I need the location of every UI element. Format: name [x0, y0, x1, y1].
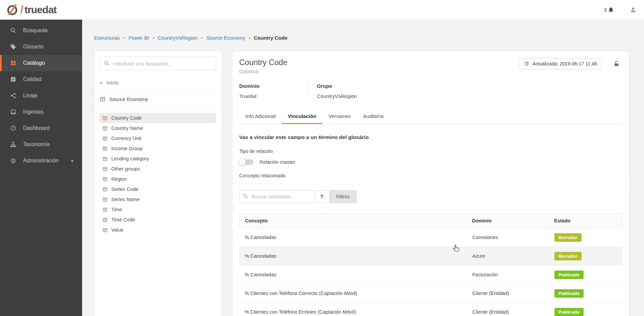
column-item[interactable]: Value — [100, 225, 216, 235]
status-badge: Publicado — [554, 308, 584, 316]
structure-type-label: Columna — [239, 69, 287, 74]
back-to-inicio[interactable]: « Inicio — [94, 75, 222, 91]
check-square-icon — [10, 76, 17, 82]
breadcrumb-link-powerbi[interactable]: Power BI — [128, 35, 149, 41]
filters-button[interactable]: Filtros — [329, 190, 357, 203]
user-avatar-icon[interactable] — [630, 6, 637, 13]
tab-vinculacion[interactable]: Vinculación — [282, 109, 322, 124]
sidebar-item-label: Búsqueda — [23, 27, 48, 34]
column-icon — [102, 228, 108, 233]
parent-structure-item[interactable]: Source Economy — [94, 91, 222, 108]
filter-icon-button[interactable] — [315, 190, 329, 203]
toggle-label: Relación master — [260, 159, 295, 165]
breadcrumb: Estructuras > Power BI > CountryVsRegion… — [94, 35, 629, 41]
column-item[interactable]: Other groups — [100, 164, 216, 174]
tab-info-adicional[interactable]: Info Adicional — [239, 109, 282, 124]
notifications-button[interactable]: 3 — [604, 6, 614, 13]
sidebar-item-glosario[interactable]: Glosario — [0, 39, 82, 55]
column-item[interactable]: Series Name — [100, 194, 216, 204]
sidebar-item-ingestas[interactable]: Ingestas — [0, 104, 82, 120]
topbar: / truedat 3 — [0, 0, 644, 20]
tag-icon — [10, 44, 17, 50]
column-label: Time Code — [111, 217, 135, 222]
sidebar-item-label: Dashboard — [23, 125, 50, 131]
sidebar-item-busqueda[interactable]: Búsqueda — [0, 22, 82, 39]
relation-type-label: Tipo de relación — [239, 149, 622, 154]
main-content: Estructuras > Power BI > CountryVsRegion… — [82, 20, 644, 316]
sidebar-item-calidad[interactable]: Calidad — [0, 71, 82, 87]
column-item[interactable]: Lending category — [100, 154, 216, 164]
link-section-heading: Vas a vincular este campo a un término d… — [239, 134, 622, 140]
column-item[interactable]: Region — [100, 174, 216, 184]
sidebar-item-catalogo[interactable]: Catálogo — [0, 55, 82, 71]
column-item[interactable]: Currency Unit — [100, 133, 216, 143]
logo-text: truedat — [24, 4, 57, 16]
status-badge: Publicado — [554, 289, 584, 298]
column-icon — [102, 197, 108, 202]
detail-tabs: Info Adicional Vinculación Versiones Aud… — [239, 109, 622, 124]
lock-button[interactable] — [611, 58, 622, 70]
logo-circle-icon — [6, 3, 19, 16]
table-row[interactable]: % Canceladas Facturación Publicado — [239, 265, 622, 284]
funnel-icon — [319, 194, 325, 199]
column-icon — [102, 177, 108, 182]
column-item[interactable]: Series Code — [100, 184, 216, 194]
column-item[interactable]: Country Name — [100, 123, 216, 133]
column-icon — [102, 146, 108, 151]
sidebar-item-linaje[interactable]: Linaje — [0, 87, 82, 104]
concept-search-input[interactable] — [239, 190, 315, 203]
field-label: Dominio — [239, 83, 301, 89]
tab-auditoria[interactable]: Auditoría — [357, 109, 390, 124]
column-item[interactable]: Income Group — [100, 143, 216, 154]
concept-search-bar: Filtros — [239, 190, 622, 203]
column-item[interactable]: Country Code — [100, 113, 216, 123]
detail-panel: Country Code Columna Actualizada: 2019-0… — [232, 51, 629, 316]
sidebar-item-label: Glosario — [23, 44, 43, 50]
breadcrumb-link-countryvsregion[interactable]: CountryVsRegion — [158, 35, 198, 41]
grid-icon — [10, 60, 17, 66]
column-icon — [102, 156, 108, 161]
sidebar-item-administracion[interactable]: ⚙ Administración ▾ — [0, 153, 82, 169]
table-row[interactable]: % Canceladas Comisiones Borrador — [239, 228, 622, 247]
cell-concepto: % Clientes con Teléfono Correcto (Captac… — [239, 291, 472, 296]
structure-search-input[interactable] — [100, 57, 216, 70]
header-dominio: Dominio — [472, 218, 554, 223]
sidebar-item-taxonomia[interactable]: Taxonomía — [0, 136, 82, 153]
breadcrumb-separator: > — [201, 35, 203, 40]
field-label: Grupo — [317, 83, 357, 89]
column-icon — [102, 116, 108, 121]
status-badge: Borrador — [554, 233, 582, 242]
cell-concepto: % Clientes con Teléfono Erróneo (Captaci… — [239, 309, 472, 315]
relation-master-toggle[interactable] — [239, 159, 253, 165]
table-row[interactable]: % Clientes con Teléfono Correcto (Captac… — [239, 284, 622, 303]
cell-dominio: Azure — [472, 253, 554, 259]
breadcrumb-link-estructuras[interactable]: Estructuras — [94, 35, 120, 41]
refresh-updated-button[interactable]: Actualizada: 2019-06-17 11:48 — [519, 58, 602, 70]
column-label: Time — [111, 207, 122, 212]
table-row[interactable]: % Clientes con Teléfono Erróneo (Captaci… — [239, 303, 622, 316]
sidebar-item-label: Taxonomía — [23, 141, 50, 147]
truedat-logo[interactable]: / truedat — [6, 3, 57, 16]
column-label: Value — [111, 227, 124, 233]
sidebar-item-label: Administración — [23, 158, 59, 164]
breadcrumb-link-source-economy[interactable]: Source Economy — [206, 35, 245, 41]
sidebar-item-dashboard[interactable]: Dashboard — [0, 120, 82, 136]
breadcrumb-current: Country Code — [254, 35, 287, 41]
column-label: Series Name — [111, 197, 140, 202]
column-icon — [102, 166, 108, 172]
related-concept-label: Concepto relacionado — [239, 173, 622, 178]
column-label: Series Code — [111, 186, 138, 192]
column-item[interactable]: Time — [100, 204, 216, 215]
cell-concepto: % Canceladas — [239, 235, 472, 240]
bell-icon — [608, 6, 614, 13]
column-label: Income Group — [111, 146, 143, 151]
column-label: Lending category — [111, 156, 149, 161]
breadcrumb-separator: > — [152, 35, 155, 40]
share-nodes-icon — [10, 93, 17, 99]
table-row[interactable]: % Canceladas Azure Borrador — [239, 247, 622, 265]
tab-versiones[interactable]: Versiones — [322, 109, 357, 124]
header-estado: Estado — [554, 218, 622, 223]
field-value: Truedat — [239, 93, 301, 99]
column-item[interactable]: Time Code — [100, 215, 216, 225]
structure-panel: « Inicio Source Economy Country Code Cou… — [94, 51, 222, 316]
